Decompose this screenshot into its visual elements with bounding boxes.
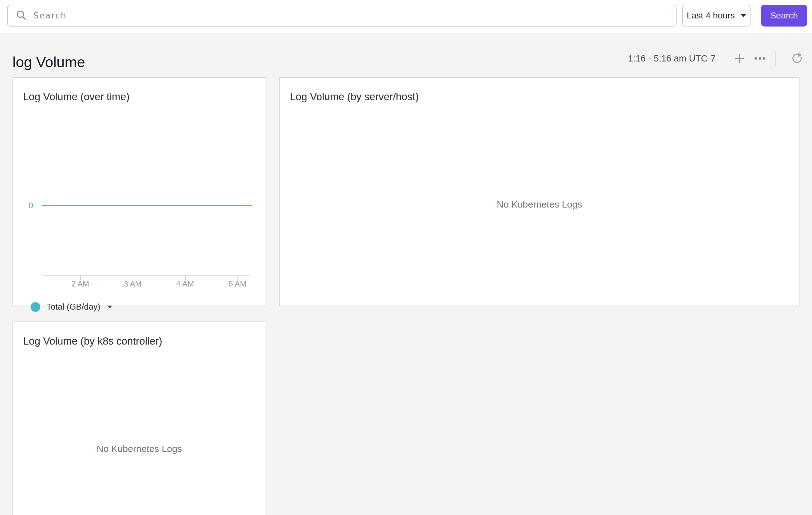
search-icon	[15, 9, 28, 22]
panel-title: Log Volume (by server/host)	[280, 78, 799, 103]
line-chart: 0 2 AM 3 AM 4 AM 5 AM Total (GB/day)	[13, 103, 266, 306]
header-divider	[775, 51, 776, 65]
page-title: log Volume	[12, 54, 85, 70]
chevron-down-icon	[107, 306, 112, 308]
search-button[interactable]: Search	[761, 5, 807, 27]
panel-title: Log Volume (by k8s controller)	[13, 322, 266, 347]
panel-log-volume-by-k8s-controller: Log Volume (by k8s controller) No Kubern…	[12, 321, 266, 515]
top-search-bar: Last 4 hours Search	[0, 0, 812, 33]
dashboard-time-range: 1:16 - 5:16 am UTC-7	[628, 53, 716, 63]
time-range-label: Last 4 hours	[687, 10, 734, 21]
refresh-icon[interactable]	[791, 52, 803, 64]
x-axis-tick-label: 2 AM	[63, 279, 97, 288]
x-axis	[42, 275, 251, 276]
time-range-dropdown[interactable]: Last 4 hours	[682, 5, 751, 27]
panel-title: Log Volume (over time)	[13, 78, 266, 103]
panel-log-volume-over-time: Log Volume (over time) 0 2 AM 3 AM 4 AM …	[12, 77, 266, 306]
series-line-total	[42, 205, 252, 206]
chevron-down-icon	[741, 14, 746, 17]
panel-log-volume-by-server-host: Log Volume (by server/host) No Kubernete…	[279, 77, 800, 306]
x-axis-tick-label: 5 AM	[220, 279, 255, 288]
x-axis-tick-label: 4 AM	[168, 279, 202, 288]
legend-swatch	[31, 302, 40, 312]
legend-item-total[interactable]: Total (GB/day)	[31, 302, 112, 312]
empty-state-message: No Kubernetes Logs	[13, 347, 266, 515]
more-options-icon[interactable]	[754, 53, 766, 63]
empty-state-message: No Kubernetes Logs	[280, 103, 799, 306]
search-input[interactable]	[33, 6, 676, 25]
add-panel-icon[interactable]	[734, 53, 744, 63]
search-input-wrapper[interactable]	[7, 5, 676, 27]
legend-label: Total (GB/day)	[47, 302, 100, 312]
y-axis-tick-label: 0	[25, 201, 33, 210]
x-axis-tick-label: 3 AM	[115, 279, 150, 288]
